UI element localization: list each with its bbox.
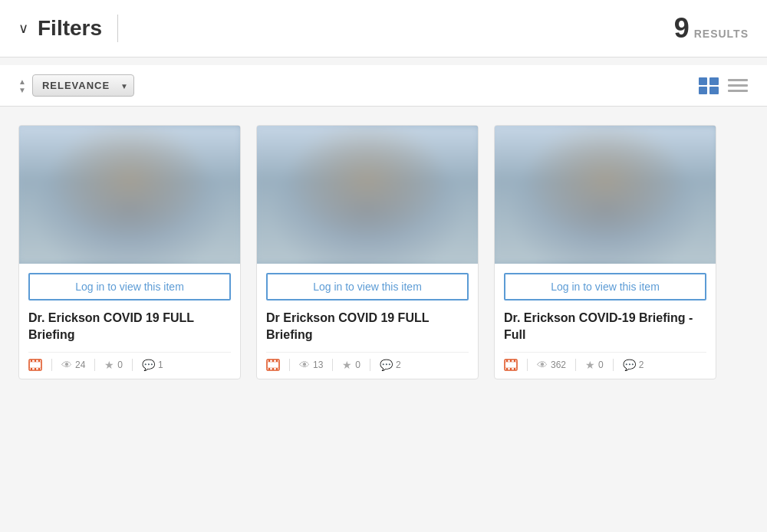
filters-bar: ∨ Filters 9 RESULTS (0, 0, 767, 57)
film-icon-3 (504, 359, 518, 371)
meta-divider-1c (132, 359, 133, 371)
card-body-1: Log in to view this item Dr. Erickson CO… (19, 264, 240, 379)
svg-rect-18 (272, 360, 274, 362)
svg-rect-27 (514, 360, 515, 362)
meta-divider-2b (332, 359, 333, 371)
svg-rect-3 (709, 87, 719, 94)
card-1: Log in to view this item Dr. Erickson CO… (18, 125, 241, 379)
svg-rect-10 (35, 360, 36, 362)
star-icon-1: ★ (104, 359, 114, 371)
comments-count-3: 2 (639, 360, 644, 370)
eye-icon-1: 👁 (61, 359, 72, 371)
comments-count-2: 2 (396, 360, 401, 370)
meta-divider-3b (575, 359, 576, 371)
log-in-button-1[interactable]: Log in to view this item (28, 273, 231, 300)
film-icon-2 (266, 359, 280, 371)
film-type-3 (504, 359, 518, 371)
card-thumbnail-1 (19, 126, 240, 264)
views-count-1: 24 (75, 360, 85, 370)
card-2: Log in to view this item Dr Erickson COV… (256, 125, 479, 379)
comments-2: 💬 2 (380, 359, 401, 371)
comments-3: 💬 2 (623, 359, 644, 371)
meta-divider-2c (370, 359, 370, 371)
sort-select-wrap[interactable]: RELEVANCE DATE TITLE VIEWS (32, 74, 134, 97)
card-title-2: Dr Erickson COVID 19 FULL Briefing (266, 310, 469, 344)
svg-rect-0 (699, 77, 707, 85)
log-in-button-3[interactable]: Log in to view this item (504, 273, 706, 300)
favorites-1: ★ 0 (104, 359, 123, 371)
svg-rect-17 (268, 360, 270, 362)
card-body-2: Log in to view this item Dr Erickson COV… (257, 264, 478, 379)
card-meta-3: 👁 362 ★ 0 💬 2 (504, 352, 706, 379)
favorites-count-2: 0 (355, 360, 360, 370)
favorites-2: ★ 0 (342, 359, 360, 371)
card-meta-2: 👁 13 ★ 0 💬 2 (266, 352, 469, 379)
svg-rect-16 (267, 362, 279, 368)
card-body-3: Log in to view this item Dr. Erickson CO… (495, 264, 716, 379)
svg-rect-19 (276, 360, 278, 362)
star-icon-2: ★ (342, 359, 352, 371)
eye-icon-2: 👁 (299, 359, 310, 371)
filters-divider (117, 15, 118, 42)
svg-rect-8 (29, 362, 41, 368)
svg-rect-26 (510, 360, 512, 362)
svg-rect-4 (728, 79, 748, 81)
svg-rect-13 (35, 368, 36, 370)
svg-rect-28 (506, 368, 508, 370)
film-type-1 (28, 359, 42, 371)
svg-rect-6 (728, 90, 748, 92)
card-thumbnail-2 (257, 126, 478, 264)
comments-1: 💬 1 (142, 359, 163, 371)
sort-order-toggle[interactable]: ▲ ▼ (18, 77, 26, 94)
list-view-icon[interactable] (727, 77, 749, 95)
star-icon-3: ★ (585, 359, 595, 371)
meta-divider-3a (527, 359, 528, 371)
svg-rect-11 (38, 360, 40, 362)
favorites-count-3: 0 (598, 360, 604, 370)
card-meta-1: 👁 24 ★ 0 💬 1 (28, 352, 231, 379)
filters-title: Filters (38, 16, 102, 41)
film-icon-1 (28, 359, 42, 371)
svg-rect-14 (38, 368, 40, 370)
comment-icon-2: 💬 (380, 359, 393, 371)
cards-container: Log in to view this item Dr. Erickson CO… (0, 107, 767, 398)
sort-select[interactable]: RELEVANCE DATE TITLE VIEWS (32, 74, 134, 97)
views-3: 👁 362 (537, 359, 566, 371)
results-label: RESULTS (694, 28, 749, 40)
comments-count-1: 1 (158, 360, 163, 370)
svg-rect-20 (268, 368, 270, 370)
view-icons (698, 77, 749, 95)
svg-rect-29 (510, 368, 512, 370)
views-2: 👁 13 (299, 359, 323, 371)
favorites-3: ★ 0 (585, 359, 604, 371)
sort-left: ▲ ▼ RELEVANCE DATE TITLE VIEWS (18, 74, 134, 97)
comment-icon-1: 💬 (142, 359, 155, 371)
svg-rect-1 (709, 77, 719, 85)
grid-view-icon[interactable] (698, 77, 719, 95)
meta-divider-1a (51, 359, 52, 371)
filters-left: ∨ Filters (18, 15, 118, 42)
svg-rect-22 (276, 368, 278, 370)
results-count: 9 (674, 12, 690, 44)
svg-rect-30 (514, 368, 515, 370)
card-title-1: Dr. Erickson COVID 19 FULL Briefing (28, 310, 231, 344)
views-count-3: 362 (551, 360, 566, 370)
eye-icon-3: 👁 (537, 359, 548, 371)
svg-rect-9 (31, 360, 32, 362)
sort-bar: ▲ ▼ RELEVANCE DATE TITLE VIEWS (0, 65, 767, 107)
meta-divider-3c (613, 359, 614, 371)
svg-rect-5 (728, 84, 748, 87)
log-in-button-2[interactable]: Log in to view this item (266, 273, 469, 300)
film-type-2 (266, 359, 280, 371)
card-title-3: Dr. Erickson COVID-19 Briefing - Full (504, 310, 706, 344)
chevron-down-icon[interactable]: ∨ (18, 20, 28, 37)
card-3: Log in to view this item Dr. Erickson CO… (494, 125, 716, 379)
card-thumbnail-3 (495, 126, 716, 264)
svg-rect-25 (506, 360, 508, 362)
comment-icon-3: 💬 (623, 359, 636, 371)
favorites-count-1: 0 (117, 360, 123, 370)
svg-rect-12 (31, 368, 32, 370)
svg-rect-2 (699, 87, 707, 94)
meta-divider-1b (94, 359, 95, 371)
views-count-2: 13 (313, 360, 323, 370)
